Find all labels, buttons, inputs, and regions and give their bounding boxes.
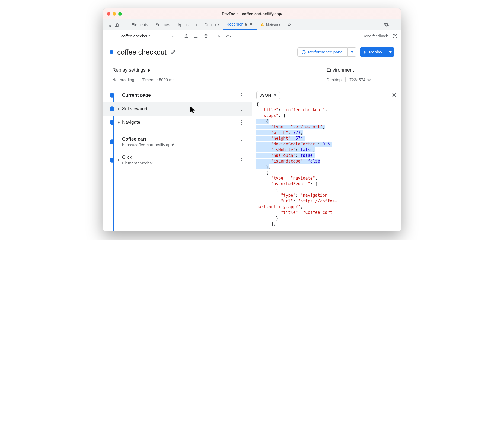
code-view[interactable]: { "title": "coffee checkout", "steps": […: [256, 101, 397, 227]
close-tab-icon[interactable]: ✕: [249, 22, 253, 27]
step-more-icon[interactable]: ⋮: [237, 139, 246, 145]
tab-application[interactable]: Application: [174, 19, 201, 30]
gauge-icon: [301, 50, 306, 55]
format-select-label: JSON: [260, 93, 271, 98]
step-click[interactable]: Click Element "Mocha" ⋮: [103, 151, 252, 169]
window-title: DevTools - coffee-cart.netlify.app/: [103, 12, 401, 16]
flask-icon: [244, 23, 248, 26]
step-more-icon[interactable]: ⋮: [237, 106, 246, 112]
environment-dimensions: 723×574 px: [349, 77, 371, 82]
performance-panel-label: Performance panel: [308, 50, 344, 55]
tab-console[interactable]: Console: [201, 19, 223, 30]
tab-network-label: Network: [266, 23, 280, 27]
chevron-down-icon: [274, 94, 276, 96]
replay-settings-toggle[interactable]: Replay settings: [112, 67, 327, 73]
recording-header: coffee checkout Performance panel: [103, 42, 401, 62]
steps-timeline: Current page ⋮ Set viewport ⋮ Navigate ⋮: [103, 88, 252, 231]
timeout-value: Timeout: 5000 ms: [142, 77, 175, 82]
chevron-right-icon: [118, 107, 120, 110]
step-subtitle: https://coffee-cart.netlify.app/: [122, 142, 237, 147]
step-set-viewport[interactable]: Set viewport ⋮: [103, 102, 252, 116]
timeline-separator: [117, 131, 252, 131]
step-over-icon[interactable]: [215, 33, 222, 40]
play-icon: [363, 50, 367, 54]
step-dot-icon: [110, 158, 114, 163]
edit-title-icon[interactable]: [170, 49, 176, 55]
svg-point-5: [230, 36, 231, 37]
svg-rect-2: [116, 24, 118, 27]
replay-settings-label: Replay settings: [112, 67, 146, 73]
step-subtitle: Element "Mocha": [122, 161, 237, 165]
main-content: Current page ⋮ Set viewport ⋮ Navigate ⋮: [103, 88, 401, 231]
tab-elements[interactable]: Elements: [128, 19, 152, 30]
titlebar: DevTools - coffee-cart.netlify.app/: [103, 8, 401, 19]
tabs-bar: Elements Sources Application Console Rec…: [103, 19, 401, 30]
replay-button[interactable]: Replay: [360, 47, 386, 57]
chevron-right-icon: [148, 69, 151, 72]
recording-select-label: coffee checkout: [121, 34, 150, 38]
add-recording-icon[interactable]: +: [106, 33, 113, 40]
replay-dropdown[interactable]: [386, 47, 394, 57]
step-dot-icon: [110, 120, 114, 125]
step-navigate[interactable]: Navigate ⋮: [103, 116, 252, 129]
step-more-icon[interactable]: ⋮: [237, 157, 246, 163]
settings-gear-icon[interactable]: [384, 22, 389, 27]
svg-rect-3: [262, 24, 263, 25]
performance-panel-dropdown[interactable]: [348, 47, 356, 57]
step-title: Navigate: [122, 120, 237, 125]
chevron-right-icon: [118, 158, 120, 161]
environment-device: Desktop: [327, 77, 342, 82]
environment-label: Environment: [327, 67, 354, 73]
warning-icon: [260, 23, 264, 27]
step-title: Current page: [122, 93, 237, 98]
recording-select[interactable]: coffee checkout ⌄: [119, 34, 177, 39]
device-toggle-icon[interactable]: [113, 21, 120, 28]
chevron-right-icon: [118, 121, 120, 124]
code-panel: JSON ✕ { "title": "coffee checkout", "st…: [252, 88, 401, 231]
recording-title: coffee checkout: [117, 48, 167, 56]
chevron-down-icon: ⌄: [171, 34, 175, 39]
settings-row: Replay settings No throttling Timeout: 5…: [103, 62, 401, 88]
recorder-toolbar: + coffee checkout ⌄ Send feedback: [103, 30, 401, 42]
step-title: Coffee cart: [122, 136, 237, 142]
replay-button-label: Replay: [369, 50, 382, 55]
delete-icon[interactable]: [202, 33, 209, 40]
step-more-icon[interactable]: ⋮: [237, 92, 246, 98]
send-feedback-link[interactable]: Send feedback: [363, 34, 388, 38]
step-icon[interactable]: [225, 33, 232, 40]
tab-recorder[interactable]: Recorder ✕: [223, 19, 257, 30]
performance-panel-button[interactable]: Performance panel: [297, 47, 348, 57]
import-icon[interactable]: [193, 33, 200, 40]
step-title: Set viewport: [122, 106, 237, 112]
tab-network[interactable]: Network: [257, 19, 284, 30]
step-coffee-cart[interactable]: Coffee cart https://coffee-cart.netlify.…: [103, 133, 252, 151]
step-dot-icon: [110, 93, 114, 98]
step-more-icon[interactable]: ⋮: [237, 119, 246, 125]
step-dot-icon: [110, 139, 114, 144]
tab-recorder-label: Recorder: [227, 22, 243, 26]
devtools-window: DevTools - coffee-cart.netlify.app/ Elem…: [103, 8, 401, 231]
help-icon[interactable]: [392, 33, 398, 39]
step-title: Click: [122, 155, 237, 160]
export-icon[interactable]: [183, 33, 190, 40]
svg-rect-4: [262, 25, 263, 26]
kebab-menu-icon[interactable]: ⋮: [392, 22, 397, 28]
step-current-page[interactable]: Current page ⋮: [103, 88, 252, 102]
recording-status-icon: [110, 50, 113, 54]
panel-tabs: Elements Sources Application Console Rec…: [128, 19, 384, 30]
step-dot-icon: [110, 106, 114, 111]
tabs-overflow-icon[interactable]: [284, 19, 294, 30]
format-select[interactable]: JSON: [256, 91, 280, 99]
throttling-value: No throttling: [112, 77, 134, 82]
tab-sources[interactable]: Sources: [152, 19, 174, 30]
inspect-icon[interactable]: [105, 21, 113, 28]
close-code-icon[interactable]: ✕: [392, 92, 397, 99]
